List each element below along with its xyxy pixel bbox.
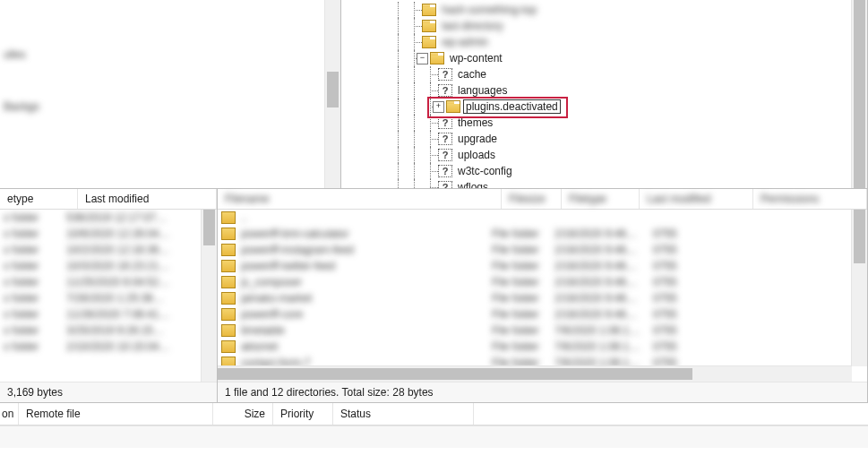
scrollbar-thumb[interactable] bbox=[203, 210, 215, 245]
tree-item-blurred[interactable]: wp-admin bbox=[341, 34, 852, 50]
column-header-blurred[interactable]: Last modified bbox=[640, 189, 753, 209]
list-item[interactable]: timetableFile folder7/6/2020 1:06:1…0755 bbox=[218, 322, 852, 339]
footer-area bbox=[0, 425, 868, 448]
folder-icon bbox=[446, 100, 460, 113]
column-header-last-modified[interactable]: Last modified bbox=[78, 189, 217, 209]
folder-icon bbox=[221, 308, 236, 321]
column-header-remote-file[interactable]: Remote file bbox=[19, 403, 213, 425]
vertical-scrollbar[interactable] bbox=[851, 0, 867, 188]
scrollbar-thumb[interactable] bbox=[854, 0, 865, 188]
column-header-blurred[interactable]: Filename bbox=[218, 189, 502, 209]
tree-item-upgrade[interactable]: upgrade bbox=[341, 131, 852, 147]
local-tree-pane: ulles Backgo bbox=[0, 0, 341, 188]
tree-item-cache[interactable]: cache bbox=[341, 66, 852, 82]
question-mark-icon bbox=[438, 149, 452, 161]
tree-item-plugins-deactivated[interactable]: plugins.deactivated bbox=[341, 99, 852, 115]
list-item[interactable]: poweriff-instagram-feedFile folder2/16/2… bbox=[218, 242, 852, 258]
folder-icon bbox=[221, 211, 236, 224]
vertical-scrollbar[interactable] bbox=[201, 210, 217, 382]
tree-item-label: w3tc-config bbox=[455, 164, 515, 178]
scrollbar-thumb[interactable] bbox=[327, 72, 339, 107]
local-list-header[interactable]: etype Last modified bbox=[0, 189, 217, 210]
question-mark-icon bbox=[438, 116, 452, 129]
list-item[interactable]: x folder10/6/2020 12:26:04… bbox=[0, 226, 202, 242]
tree-item-languages[interactable]: languages bbox=[341, 82, 852, 99]
remote-directory-tree[interactable]: hash-something-toplast-directorywp-admin… bbox=[341, 0, 852, 188]
scrollbar-thumb[interactable] bbox=[854, 210, 865, 263]
folder-icon bbox=[221, 292, 236, 305]
tree-item-wflogs[interactable]: wflogs bbox=[341, 179, 852, 188]
column-header-blurred[interactable]: Permissions bbox=[753, 189, 867, 209]
list-item[interactable]: .. bbox=[218, 210, 852, 226]
column-header-priority[interactable]: Priority bbox=[273, 403, 333, 425]
tree-item-label: wflogs bbox=[455, 180, 491, 188]
folder-icon bbox=[221, 228, 236, 240]
question-mark-icon bbox=[438, 68, 452, 81]
tree-item-uploads[interactable]: uploads bbox=[341, 147, 852, 163]
folder-icon bbox=[422, 20, 436, 32]
list-item[interactable]: akismetFile folder7/6/2020 1:06:1…0755 bbox=[218, 339, 852, 355]
remote-list-header[interactable]: FilenameFilesizeFiletypeLast modifiedPer… bbox=[218, 189, 867, 210]
tree-item-label: themes bbox=[455, 116, 495, 130]
remote-file-list[interactable]: ..poweriff-bmi-calculatorFile folder2/16… bbox=[218, 210, 867, 382]
column-header-empty bbox=[474, 403, 868, 425]
column-header-status[interactable]: Status bbox=[333, 403, 474, 425]
column-header-direction[interactable]: on bbox=[0, 403, 19, 425]
tree-item-label: uploads bbox=[455, 148, 498, 162]
question-mark-icon bbox=[438, 133, 452, 145]
column-header-filetype[interactable]: etype bbox=[0, 189, 78, 209]
local-file-list-pane: etype Last modified x folder536/2019 12:… bbox=[0, 189, 218, 402]
list-item[interactable]: poweriff-coreFile folder2/16/2020 9:46…0… bbox=[218, 306, 852, 322]
column-header-size[interactable]: Size bbox=[213, 403, 273, 425]
folder-icon bbox=[221, 276, 236, 288]
tree-item-label: upgrade bbox=[455, 132, 500, 146]
folder-icon bbox=[221, 324, 236, 337]
column-header-blurred[interactable]: Filesize bbox=[502, 189, 562, 209]
folder-icon bbox=[422, 36, 436, 48]
vertical-scrollbar[interactable] bbox=[851, 210, 867, 366]
list-item[interactable]: x folder11/25/2020 6:04:52… bbox=[0, 274, 202, 290]
list-item[interactable]: x folder10/3/2020 16:23:21… bbox=[0, 258, 202, 274]
rename-input[interactable]: plugins.deactivated bbox=[463, 99, 561, 114]
list-item[interactable]: x folder536/2019 12:17:07… bbox=[0, 210, 202, 226]
tree-item-label: wp-content bbox=[447, 51, 505, 65]
tree-item-themes[interactable]: themes bbox=[341, 115, 852, 131]
remote-status-text: 1 file and 12 directories. Total size: 2… bbox=[225, 386, 434, 399]
question-mark-icon bbox=[438, 181, 452, 188]
local-file-list[interactable]: x folder536/2019 12:17:07…x folder10/6/2… bbox=[0, 210, 217, 382]
scrollbar-thumb[interactable] bbox=[218, 368, 692, 380]
folder-icon bbox=[422, 4, 436, 16]
tree-item-blurred[interactable]: last-directory bbox=[341, 18, 852, 34]
tree-expander[interactable] bbox=[417, 53, 428, 64]
list-item[interactable]: poweriff-bmi-calculatorFile folder2/16/2… bbox=[218, 226, 852, 242]
tree-item-wp-content[interactable]: wp-content bbox=[341, 50, 852, 66]
remote-status-bar: 1 file and 12 directories. Total size: 2… bbox=[218, 382, 867, 402]
tree-item-blurred[interactable]: hash-something-top bbox=[341, 2, 852, 18]
local-directory-tree[interactable]: ulles Backgo bbox=[0, 0, 325, 188]
folder-icon bbox=[430, 52, 444, 64]
tree-expander[interactable] bbox=[433, 101, 444, 113]
tree-item-w3tc-config[interactable]: w3tc-config bbox=[341, 163, 852, 179]
column-header-blurred[interactable]: Filetype bbox=[562, 189, 640, 209]
folder-icon bbox=[221, 340, 236, 353]
local-status-bar: 3,169 bytes bbox=[0, 382, 217, 402]
folder-icon bbox=[221, 244, 236, 256]
list-item[interactable]: x folder7/26/2020 1:25:38… bbox=[0, 290, 202, 306]
vertical-scrollbar[interactable] bbox=[324, 0, 340, 188]
list-item[interactable]: x folder3/25/2019 9:26:15… bbox=[0, 322, 202, 339]
remote-tree-pane: hash-something-toplast-directorywp-admin… bbox=[341, 0, 868, 188]
remote-file-list-pane: FilenameFilesizeFiletypeLast modifiedPer… bbox=[218, 189, 868, 402]
list-item[interactable]: x folder2/10/2020 10:15:04… bbox=[0, 339, 202, 355]
folder-icon bbox=[221, 260, 236, 272]
list-item[interactable]: x folder11/26/2020 7:06:41… bbox=[0, 306, 202, 322]
tree-item-label: languages bbox=[455, 83, 510, 98]
question-mark-icon bbox=[438, 84, 452, 97]
tree-item-label: cache bbox=[455, 67, 489, 82]
horizontal-scrollbar[interactable] bbox=[218, 365, 852, 382]
list-item[interactable]: js_composerFile folder2/16/2020 9:46…075… bbox=[218, 274, 852, 290]
transfer-queue-header[interactable]: on Remote file Size Priority Status bbox=[0, 403, 868, 425]
list-item[interactable]: jamako-marketFile folder2/16/2020 9:46…0… bbox=[218, 290, 852, 306]
list-item[interactable]: poweriff-twitter-feedFile folder2/16/202… bbox=[218, 258, 852, 274]
local-status-text: 3,169 bytes bbox=[7, 386, 63, 399]
list-item[interactable]: x folder10/2/2020 12:16:36… bbox=[0, 242, 202, 258]
